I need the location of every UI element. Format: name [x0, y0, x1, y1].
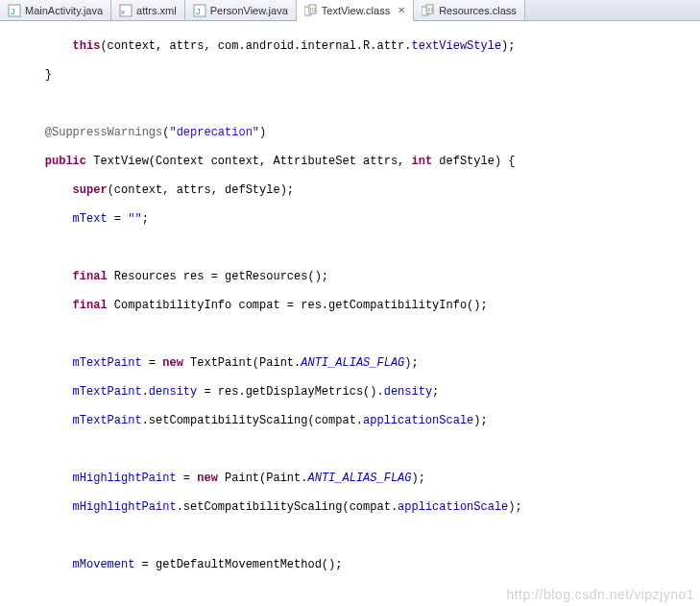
static: ANTI_ALIAS_FLAG	[301, 356, 404, 370]
code: defStyle) {	[432, 155, 515, 168]
code: = res.getDisplayMetrics().	[197, 385, 383, 399]
field: mHighlightPaint	[73, 472, 177, 485]
code: TextView(Context context, AttributeSet a…	[86, 155, 411, 168]
annotation: @SuppressWarnings	[45, 126, 162, 139]
field: applicationScale	[398, 500, 508, 514]
tab-attrs[interactable]: x attrs.xml	[111, 0, 185, 20]
code: Paint(Paint.	[218, 472, 308, 485]
svg-text:01: 01	[427, 7, 434, 12]
tab-resources[interactable]: 01 Resources.class	[414, 0, 525, 20]
class-file-icon: 01	[422, 4, 435, 17]
field: applicationScale	[363, 414, 473, 427]
svg-text:J: J	[196, 7, 201, 16]
kw: super	[73, 183, 108, 197]
code: =	[177, 472, 198, 485]
field: density	[149, 385, 197, 399]
java-file-icon: J	[8, 4, 21, 17]
tab-label: PersonView.java	[210, 5, 288, 16]
class-file-icon: 01	[304, 4, 318, 17]
kw: final	[73, 299, 108, 312]
string: "deprecation"	[169, 126, 259, 139]
tab-label: TextView.class	[322, 5, 390, 16]
field: mTextPaint	[73, 356, 142, 370]
code: )	[259, 126, 266, 139]
watermark-text: http://blog.csdn.net/vipzjyno1	[506, 587, 694, 602]
svg-text:J: J	[11, 7, 15, 16]
kw: final	[73, 270, 108, 283]
code: .	[142, 385, 149, 399]
kw: public	[45, 155, 86, 168]
field: density	[384, 385, 432, 399]
tab-label: attrs.xml	[136, 5, 177, 16]
string: ""	[128, 212, 141, 226]
code: }	[45, 68, 52, 82]
xml-file-icon: x	[119, 4, 133, 17]
svg-text:x: x	[121, 8, 125, 16]
code: );	[404, 356, 418, 370]
code: );	[412, 472, 425, 485]
java-file-icon: J	[193, 4, 206, 17]
svg-text:01: 01	[310, 7, 317, 12]
tab-mainactivity[interactable]: J MainActivity.java	[0, 0, 111, 20]
code-editor[interactable]: this(context, attrs, com.android.interna…	[0, 21, 700, 606]
code: .setCompatibilityScaling(compat.	[142, 414, 363, 427]
tab-label: Resources.class	[439, 5, 517, 16]
close-icon[interactable]: ✕	[398, 5, 405, 15]
code: = getDefaultMovementMethod();	[134, 558, 342, 571]
kw: new	[162, 356, 183, 370]
code: =	[108, 212, 129, 226]
code: (context, attrs, defStyle);	[108, 183, 294, 197]
code: .setCompatibilityScaling(compat.	[177, 500, 398, 514]
field: mTextPaint	[73, 414, 142, 427]
code: TextPaint(Paint.	[183, 356, 301, 370]
editor-tab-bar: J MainActivity.java x attrs.xml J Person…	[0, 0, 700, 21]
tab-textview[interactable]: 01 TextView.class ✕	[297, 0, 414, 21]
field: textViewStyle	[411, 39, 501, 53]
tab-label: MainActivity.java	[25, 5, 103, 16]
code: CompatibilityInfo compat = res.getCompat…	[108, 299, 488, 312]
code: ;	[142, 212, 149, 226]
kw: new	[197, 472, 218, 485]
code: (context, attrs, com.android.internal.R.…	[100, 39, 411, 53]
static: ANTI_ALIAS_FLAG	[307, 472, 411, 485]
field: mText	[73, 212, 108, 226]
kw-this: this	[73, 39, 101, 53]
code: ;	[432, 385, 439, 399]
field: mTextPaint	[73, 385, 142, 399]
code: );	[508, 500, 521, 514]
kw: int	[412, 155, 433, 168]
field: mMovement	[73, 558, 135, 571]
code: =	[142, 356, 163, 370]
field: mHighlightPaint	[73, 500, 177, 514]
code: );	[501, 39, 515, 53]
tab-personview[interactable]: J PersonView.java	[185, 0, 297, 20]
code: Resources res = getResources();	[108, 270, 328, 283]
code: );	[473, 414, 487, 427]
